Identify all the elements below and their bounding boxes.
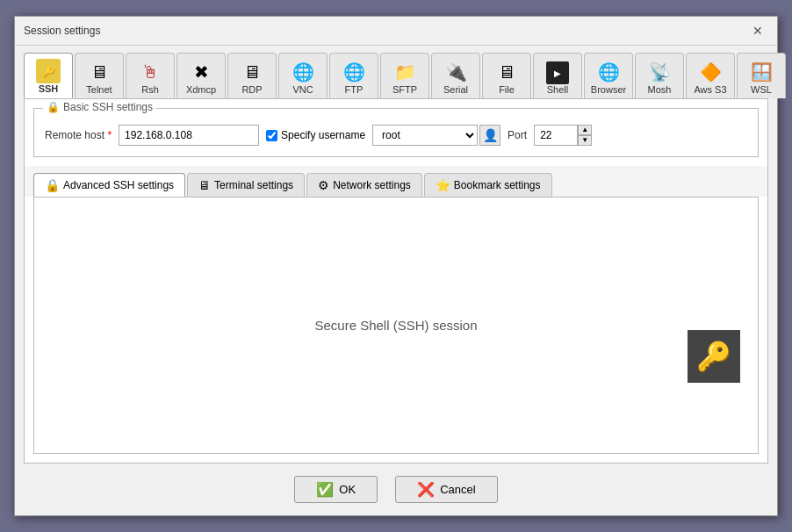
tab-telnet-label: Telnet <box>86 84 112 95</box>
port-label: Port <box>508 129 527 141</box>
network-settings-icon: ⚙ <box>318 178 329 192</box>
tab-shell[interactable]: ▶ Shell <box>533 53 582 98</box>
inner-tabs-bar: 🔒 Advanced SSH settings 🖥 Terminal setti… <box>25 166 767 197</box>
dialog-title: Session settings <box>24 25 100 37</box>
tab-vnc-label: VNC <box>292 84 313 95</box>
svg-text:🔑: 🔑 <box>42 65 55 78</box>
specify-username-checkbox[interactable] <box>266 130 277 141</box>
tab-wsl[interactable]: 🪟 WSL <box>737 53 786 98</box>
remote-host-input[interactable] <box>119 125 259 146</box>
tab-serial[interactable]: 🔌 Serial <box>431 53 480 98</box>
tab-network-settings-label: Network settings <box>333 179 411 191</box>
bookmark-settings-icon: ⭐ <box>436 178 450 192</box>
ok-icon: ✅ <box>316 481 334 498</box>
port-decrement-button[interactable]: ▼ <box>578 135 592 146</box>
shell-icon: ▶ <box>546 61 569 84</box>
tab-browser-label: Browser <box>591 84 626 95</box>
username-field-group: root 👤 <box>372 125 500 146</box>
terminal-settings-icon: 🖥 <box>198 178 211 192</box>
aws-s3-icon: 🔶 <box>698 60 723 84</box>
tab-terminal-settings[interactable]: 🖥 Terminal settings <box>187 173 305 197</box>
tab-vnc[interactable]: 🌐 VNC <box>278 53 328 98</box>
tab-aws-s3-label: Aws S3 <box>694 84 726 95</box>
specify-username-checkbox-label[interactable]: Specify username <box>266 129 365 141</box>
tab-file[interactable]: 🖥 File <box>482 53 531 98</box>
tab-serial-label: Serial <box>443 84 468 95</box>
tab-advanced-ssh-label: Advanced SSH settings <box>63 179 174 191</box>
mosh-icon: 📡 <box>647 60 672 84</box>
session-settings-dialog: Session settings ✕ 🔑 SSH 🖥 Telnet 🖱 Rsh … <box>14 16 778 516</box>
port-input[interactable] <box>534 125 578 146</box>
tab-xdmcp-label: Xdmcp <box>186 84 216 95</box>
tab-xdmcp[interactable]: ✖ Xdmcp <box>176 53 226 98</box>
key-icon: 🔑 <box>696 340 731 373</box>
xdmcp-icon: ✖ <box>189 60 213 84</box>
tab-advanced-ssh[interactable]: 🔒 Advanced SSH settings <box>33 173 185 197</box>
port-spinner: ▲ ▼ <box>534 125 592 146</box>
tab-ftp[interactable]: 🌐 FTP <box>329 53 378 98</box>
required-marker: * <box>107 129 112 141</box>
vnc-icon: 🌐 <box>291 60 315 84</box>
tab-ftp-label: FTP <box>345 84 364 95</box>
tab-rsh[interactable]: 🖱 Rsh <box>126 53 175 98</box>
ok-button[interactable]: ✅ OK <box>294 476 378 503</box>
tab-rsh-label: Rsh <box>141 84 159 95</box>
wsl-icon: 🪟 <box>749 60 774 84</box>
basic-settings-row: Remote host * Specify username root 👤 <box>45 125 747 146</box>
tab-telnet[interactable]: 🖥 Telnet <box>75 53 124 98</box>
tab-aws-s3[interactable]: 🔶 Aws S3 <box>686 53 735 98</box>
specify-username-label: Specify username <box>281 129 365 141</box>
tab-file-label: File <box>499 84 515 95</box>
session-description-label: Secure Shell (SSH) session <box>314 318 477 333</box>
tab-mosh[interactable]: 📡 Mosh <box>635 53 684 98</box>
tab-wsl-label: WSL <box>751 84 772 95</box>
cancel-label: Cancel <box>440 483 475 496</box>
username-select[interactable]: root <box>372 125 478 146</box>
close-button[interactable]: ✕ <box>747 22 768 40</box>
tab-sftp[interactable]: 📁 SFTP <box>380 53 429 98</box>
settings-group-text: Basic SSH settings <box>63 101 153 113</box>
tab-mosh-label: Mosh <box>648 84 672 95</box>
protocol-tabs: 🔑 SSH 🖥 Telnet 🖱 Rsh ✖ Xdmcp 🖥 RDP 🌐 VNC <box>15 46 777 98</box>
advanced-ssh-icon: 🔒 <box>45 178 60 192</box>
port-increment-button[interactable]: ▲ <box>578 125 592 135</box>
tab-ssh[interactable]: 🔑 SSH <box>24 53 73 98</box>
tab-bookmark-settings[interactable]: ⭐ Bookmark settings <box>424 173 552 197</box>
ok-label: OK <box>339 483 356 496</box>
tab-rdp[interactable]: 🖥 RDP <box>227 53 277 98</box>
ssh-icon: 🔑 <box>36 59 61 83</box>
cancel-icon: ❌ <box>417 481 435 498</box>
tab-terminal-settings-label: Terminal settings <box>214 179 293 191</box>
settings-group-icon: 🔒 <box>47 101 60 113</box>
browser-icon: 🌐 <box>596 60 621 84</box>
main-content-area: 🔒 Basic SSH settings Remote host * Speci… <box>24 98 768 464</box>
tab-network-settings[interactable]: ⚙ Network settings <box>306 173 422 197</box>
remote-host-label: Remote host * <box>45 129 112 141</box>
key-icon-box: 🔑 <box>688 330 740 383</box>
inner-content-panel: Secure Shell (SSH) session 🔑 <box>33 197 759 454</box>
footer: ✅ OK ❌ Cancel <box>15 464 777 515</box>
tab-browser[interactable]: 🌐 Browser <box>584 53 633 98</box>
tab-shell-label: Shell <box>547 84 568 95</box>
tab-bookmark-settings-label: Bookmark settings <box>454 179 541 191</box>
tab-rdp-label: RDP <box>241 84 262 95</box>
file-icon: 🖥 <box>494 60 519 84</box>
title-bar: Session settings ✕ <box>15 17 777 46</box>
tab-ssh-label: SSH <box>39 83 59 94</box>
tab-sftp-label: SFTP <box>392 84 417 95</box>
basic-ssh-settings-group: 🔒 Basic SSH settings Remote host * Speci… <box>33 108 759 157</box>
user-icon-button[interactable]: 👤 <box>479 125 500 146</box>
cancel-button[interactable]: ❌ Cancel <box>395 476 497 503</box>
ftp-icon: 🌐 <box>342 60 366 84</box>
basic-ssh-settings-label: 🔒 Basic SSH settings <box>43 101 156 113</box>
telnet-icon: 🖥 <box>87 60 112 84</box>
rsh-icon: 🖱 <box>138 60 162 84</box>
sftp-icon: 📁 <box>392 60 417 84</box>
serial-icon: 🔌 <box>443 60 468 84</box>
port-spinner-arrows: ▲ ▼ <box>578 125 592 146</box>
rdp-icon: 🖥 <box>240 60 264 84</box>
